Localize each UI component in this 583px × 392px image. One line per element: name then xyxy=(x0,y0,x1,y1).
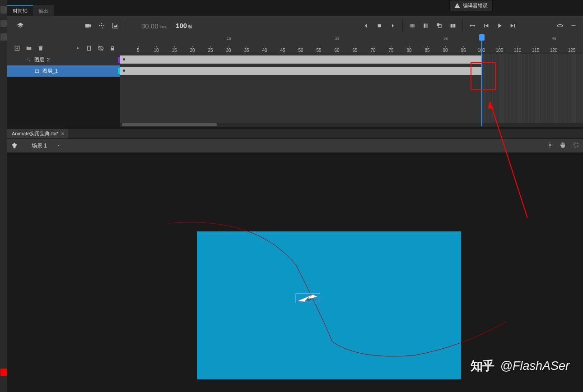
tool-active[interactable] xyxy=(0,369,7,376)
divider xyxy=(402,19,403,32)
ruler-second-label: 3s xyxy=(443,36,448,41)
next-keyframe-icon[interactable] xyxy=(388,21,398,31)
visibility-column-icon[interactable] xyxy=(96,44,105,52)
divider xyxy=(462,19,463,32)
clip-stage-icon[interactable] xyxy=(573,142,579,150)
ruler-frame-label: 115 xyxy=(532,48,540,53)
svg-line-17 xyxy=(490,101,527,218)
layers-toggle-icon[interactable] xyxy=(15,21,25,31)
track-row[interactable] xyxy=(120,54,583,65)
ruler-frame-label: 20 xyxy=(190,48,195,53)
svg-marker-18 xyxy=(488,101,494,110)
marker-icon[interactable] xyxy=(448,21,458,31)
svg-point-3 xyxy=(411,24,415,28)
svg-rect-1 xyxy=(378,24,381,28)
tab-output[interactable]: 输出 xyxy=(33,5,54,16)
svg-rect-4 xyxy=(424,23,425,28)
keyframe-dot xyxy=(123,69,125,72)
ruler-second-label: 4s xyxy=(552,36,556,41)
step-forward-icon[interactable] xyxy=(508,21,518,31)
delete-layer-button[interactable] xyxy=(36,44,45,52)
ruler-frame-label: 40 xyxy=(262,48,267,53)
tool-slot[interactable] xyxy=(0,6,7,14)
frame-span[interactable] xyxy=(120,55,481,64)
tab-timeline[interactable]: 时间轴 xyxy=(7,5,33,16)
prev-keyframe-icon[interactable] xyxy=(361,21,371,31)
frame-span[interactable] xyxy=(120,67,481,75)
frame-count-display[interactable]: 100 帧 xyxy=(176,22,192,30)
panel-tabs: 时间轴 输出 xyxy=(7,5,54,15)
playhead-handle[interactable] xyxy=(479,34,485,41)
close-tab-icon[interactable]: × xyxy=(61,131,64,137)
layer-icon xyxy=(33,69,41,74)
keyframe-dot xyxy=(123,58,125,60)
onion-outline-icon[interactable] xyxy=(421,21,431,31)
ruler-frame-label: 120 xyxy=(550,48,558,53)
ruler-frame-label: 55 xyxy=(316,48,321,53)
layer-row-guide[interactable]: 图层_2 xyxy=(7,54,120,65)
error-label: 编译器错误 xyxy=(463,2,488,9)
ruler-frame-label: 95 xyxy=(461,48,466,53)
layer-name: 图层_1 xyxy=(42,68,58,74)
divider xyxy=(125,19,125,32)
paper-plane-symbol[interactable] xyxy=(295,293,320,303)
onion-skin-icon[interactable] xyxy=(407,21,417,31)
fps-value: 30.00 xyxy=(141,22,159,30)
layers-header xyxy=(7,35,120,54)
loop-icon[interactable] xyxy=(467,21,477,31)
svg-point-0 xyxy=(101,25,103,27)
ruler-frame-label: 45 xyxy=(280,48,285,53)
center-stage-icon[interactable] xyxy=(546,142,553,150)
document-filename: Animate实用宝典.fla* xyxy=(12,130,58,137)
timeline-ruler[interactable]: 1s2s3s4s51015202530354045505560657075808… xyxy=(120,35,583,54)
edit-multiple-icon[interactable] xyxy=(434,21,444,31)
ruler-frame-label: 75 xyxy=(388,48,393,53)
tool-slot[interactable] xyxy=(0,20,7,27)
compile-error-notice[interactable]: 编译器错误 xyxy=(449,0,493,11)
ruler-frame-label: 105 xyxy=(496,48,504,53)
play-icon[interactable] xyxy=(494,21,504,31)
new-layer-button[interactable] xyxy=(13,44,22,52)
lock-column-icon[interactable] xyxy=(108,44,117,52)
highlight-column-icon[interactable] xyxy=(77,47,79,49)
fit-icon[interactable] xyxy=(555,21,565,31)
ruler-frame-label: 90 xyxy=(443,48,448,53)
watermark-handle: @FlashASer xyxy=(500,359,569,373)
track-row[interactable] xyxy=(120,65,583,77)
zoom-out-icon[interactable] xyxy=(569,21,578,31)
stage-canvas[interactable] xyxy=(197,231,461,379)
scrollbar-thumb[interactable] xyxy=(122,123,217,126)
edit-scene-icon[interactable] xyxy=(11,142,18,149)
outline-column-icon[interactable] xyxy=(84,44,93,52)
scene-name[interactable]: 场景 1 xyxy=(32,142,47,150)
watermark-site: 知乎 xyxy=(471,358,494,374)
stop-icon[interactable] xyxy=(374,21,384,31)
ruler-frame-label: 60 xyxy=(334,48,339,53)
ruler-frame-label: 80 xyxy=(406,48,411,53)
graph-icon[interactable] xyxy=(110,21,120,31)
svg-rect-12 xyxy=(88,46,91,50)
guide-layer-icon xyxy=(25,57,33,63)
document-tab[interactable]: Animate实用宝典.fla* × xyxy=(7,129,68,138)
new-folder-button[interactable] xyxy=(24,44,33,52)
svg-rect-20 xyxy=(574,143,578,147)
annotation-red-box xyxy=(471,62,496,90)
layer-column-headers xyxy=(77,44,120,52)
timeline-toolbar: 30.00 FPS 100 帧 xyxy=(7,16,583,35)
scene-dropdown-icon[interactable] xyxy=(56,142,61,150)
tool-slot[interactable] xyxy=(0,33,7,41)
step-back-icon[interactable] xyxy=(481,21,491,31)
hand-tool-icon[interactable] xyxy=(560,142,566,150)
layer-row-normal[interactable]: 图层_1 xyxy=(7,65,120,77)
rig-icon[interactable] xyxy=(97,21,107,31)
ruler-frame-label: 30 xyxy=(226,48,231,53)
ruler-frame-label: 110 xyxy=(514,48,522,53)
fps-display[interactable]: 30.00 FPS xyxy=(141,22,167,30)
ruler-frame-label: 35 xyxy=(244,48,249,53)
timeline-zoom-controls xyxy=(553,16,580,35)
ruler-frame-label: 65 xyxy=(352,48,357,53)
svg-point-19 xyxy=(549,144,551,146)
ruler-second-label: 1s xyxy=(227,36,231,41)
svg-rect-5 xyxy=(426,23,428,28)
camera-icon[interactable] xyxy=(83,21,93,31)
